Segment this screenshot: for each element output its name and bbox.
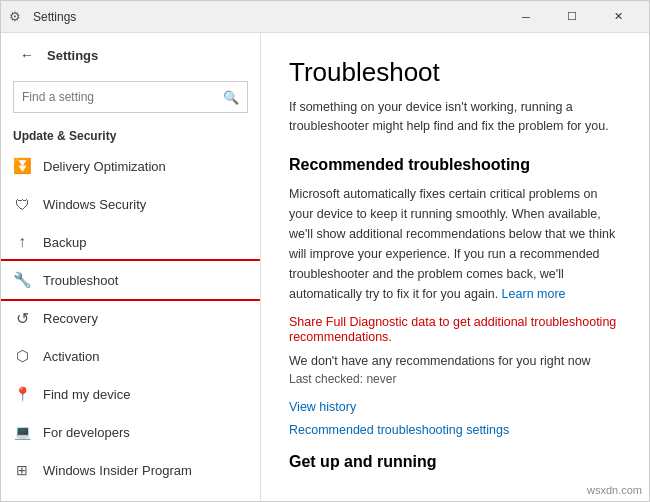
for-developers-icon: 💻 [13,423,31,441]
sidebar-item-recovery[interactable]: ↺ Recovery [1,299,260,337]
sidebar-item-label: Windows Security [43,197,146,212]
windows-insider-icon: ⊞ [13,461,31,479]
sidebar-item-label: Recovery [43,311,98,326]
window-controls: ─ ☐ ✕ [503,1,641,33]
sidebar-item-activation[interactable]: ⬡ Activation [1,337,260,375]
recommended-troubleshooting-settings-link[interactable]: Recommended troubleshooting settings [289,423,509,437]
windows-security-icon: 🛡 [13,195,31,213]
get-up-running-heading: Get up and running [289,453,621,471]
activation-icon: ⬡ [13,347,31,365]
sidebar-nav-top: ← Settings [1,33,260,77]
sidebar-item-find-my-device[interactable]: 📍 Find my device [1,375,260,413]
troubleshoot-icon: 🔧 [13,271,31,289]
share-diagnostic-link[interactable]: Share Full Diagnostic data to get additi… [289,315,616,344]
search-input[interactable] [22,90,223,104]
sidebar-item-windows-insider[interactable]: ⊞ Windows Insider Program [1,451,260,489]
titlebar: ⚙ Settings ─ ☐ ✕ [1,1,649,33]
sidebar: ← Settings 🔍 Update & Security ⏬ Deliver… [1,33,261,501]
minimize-button[interactable]: ─ [503,1,549,33]
sidebar-item-for-developers[interactable]: 💻 For developers [1,413,260,451]
no-recommendations-text: We don't have any recommendations for yo… [289,354,621,368]
search-icon[interactable]: 🔍 [223,90,239,105]
back-button[interactable]: ← [13,41,41,69]
delivery-optimization-icon: ⏬ [13,157,31,175]
content-area: ← Settings 🔍 Update & Security ⏬ Deliver… [1,33,649,501]
recovery-icon: ↺ [13,309,31,327]
titlebar-title: Settings [33,10,503,24]
page-description: If something on your device isn't workin… [289,98,621,136]
sidebar-item-label: Delivery Optimization [43,159,166,174]
sidebar-item-windows-security[interactable]: 🛡 Windows Security [1,185,260,223]
maximize-button[interactable]: ☐ [549,1,595,33]
last-checked-text: Last checked: never [289,372,621,386]
page-title: Troubleshoot [289,57,621,88]
settings-icon: ⚙ [9,9,25,25]
main-content: Troubleshoot If something on your device… [261,33,649,501]
sidebar-item-troubleshoot[interactable]: 🔧 Troubleshoot [1,261,260,299]
close-button[interactable]: ✕ [595,1,641,33]
sidebar-item-backup[interactable]: ↑ Backup [1,223,260,261]
backup-icon: ↑ [13,233,31,251]
search-box[interactable]: 🔍 [13,81,248,113]
sidebar-item-label: Activation [43,349,99,364]
find-my-device-icon: 📍 [13,385,31,403]
sidebar-item-delivery-optimization[interactable]: ⏬ Delivery Optimization [1,147,260,185]
sidebar-item-label: Find my device [43,387,130,402]
recommended-body-text: Microsoft automatically fixes certain cr… [289,184,621,304]
sidebar-item-label: Backup [43,235,86,250]
recommended-section-heading: Recommended troubleshooting [289,156,621,174]
learn-more-link[interactable]: Learn more [502,287,566,301]
view-history-link[interactable]: View history [289,400,621,414]
sidebar-item-label: For developers [43,425,130,440]
sidebar-title: Settings [47,48,98,63]
sidebar-section-label: Update & Security [1,121,260,147]
sidebar-item-label: Windows Insider Program [43,463,192,478]
sidebar-item-label: Troubleshoot [43,273,118,288]
